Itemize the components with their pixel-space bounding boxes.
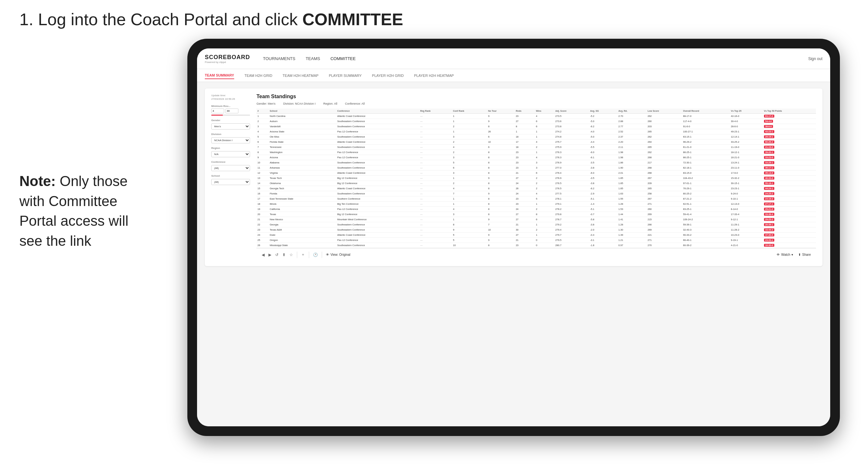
col-conference: Conference	[336, 108, 419, 114]
meta-region: Region: All	[323, 102, 337, 105]
app-header: SCOREBOARD Powered by clippd TOURNAMENTS…	[197, 49, 830, 69]
gender-filter-select[interactable]: Men's Women's	[211, 123, 250, 129]
meta-conference: Conference: All	[345, 102, 365, 105]
region-filter-label: Region	[211, 147, 250, 150]
view-original-btn[interactable]: 👁 View: Original	[326, 253, 350, 256]
col-adj-score: Adj. Score	[554, 108, 589, 114]
col-overall: Overall Record	[682, 108, 730, 114]
school-filter-select[interactable]: (All)	[211, 179, 250, 185]
table-row: 12VirginiaAtlantic Coast Conference—3821…	[256, 170, 816, 176]
table-row: 11ArkansasSoutheastern Conference—682332…	[256, 165, 816, 170]
update-label: Update time:	[211, 94, 226, 97]
sign-out-link[interactable]: Sign out	[808, 57, 823, 61]
bottom-toolbar: ◀ ▶ ↺ ⬆ ☆ ＋ 🕐 👁 View: Original	[256, 248, 816, 261]
sub-nav-team-summary[interactable]: TEAM SUMMARY	[205, 72, 234, 79]
watch-button[interactable]: 👁 Watch ▾	[777, 253, 793, 256]
sub-nav-player-summary[interactable]: PLAYER SUMMARY	[329, 72, 362, 79]
table-row: 18IllinoisBig Ten Conference—18231279.1-…	[256, 201, 816, 207]
update-time: Update time: 27/03/2024 16:56:26	[211, 94, 250, 101]
nav-committee[interactable]: COMMITTEE	[331, 55, 356, 62]
min-rounds-min-input[interactable]	[211, 108, 224, 113]
conference-filter-select[interactable]: (All)	[211, 165, 250, 171]
logo-sub: Powered by clippd	[205, 61, 250, 64]
col-vs-top25: Vs Top 25	[730, 108, 763, 114]
toolbar-right: 👁 Watch ▾ ⬆ Share	[777, 253, 811, 256]
table-row: 1North CarolinaAtlantic Coast Conference…	[256, 114, 816, 119]
col-school: School	[269, 108, 336, 114]
min-rounds-max-input[interactable]	[225, 108, 239, 113]
view-original-label: View: Original	[331, 253, 350, 256]
slider-track[interactable]	[211, 115, 250, 116]
table-row: 22GeorgiaSoutheastern Conference—8721127…	[256, 222, 816, 227]
table-row: 4Arizona StatePac-12 Conference—12611274…	[256, 129, 816, 134]
table-row: 24DukeAtlantic Coast Conference—59271279…	[256, 232, 816, 238]
watch-label: Watch	[781, 253, 790, 256]
table-row: 21New MexicoMountain West Conference—192…	[256, 217, 816, 222]
col-rnds: Rnds	[515, 108, 535, 114]
standings-title: Team Standings	[256, 94, 816, 99]
sub-nav-player-h2h-heatmap[interactable]: PLAYER H2H HEATMAP	[414, 72, 454, 79]
sub-nav-team-h2h-grid[interactable]: TEAM H2H GRID	[245, 72, 272, 79]
tablet-frame: SCOREBOARD Powered by clippd TOURNAMENTS…	[187, 39, 840, 436]
toolbar-forward-icon[interactable]: ▶	[269, 253, 271, 257]
toolbar-refresh-icon[interactable]: ↺	[275, 253, 278, 257]
nav-links: TOURNAMENTS TEAMS COMMITTEE	[263, 55, 808, 62]
table-row: 13Texas TechBig 12 Conference—19272276.9…	[256, 176, 816, 181]
share-button[interactable]: ⬆ Share	[798, 253, 811, 256]
table-row: 5Ole MissSoutheastern Conference—3618127…	[256, 134, 816, 139]
division-filter-group: Division NCAA Division I	[211, 133, 250, 144]
region-filter-select[interactable]: N/A	[211, 151, 250, 157]
division-filter-select[interactable]: NCAA Division I	[211, 137, 250, 144]
school-filter-group: School (All)	[211, 175, 250, 185]
table-row: 15Georgia TechAtlantic Coast Conference—…	[256, 186, 816, 191]
col-low-score: Low Score	[647, 108, 682, 114]
update-time-val: 27/03/2024 16:56:26	[211, 97, 235, 100]
nav-teams[interactable]: TEAMS	[306, 55, 320, 62]
slider-fill	[211, 115, 223, 116]
table-row: 19CaliforniaPac-12 Conference—48242278.2…	[256, 207, 816, 212]
table-row: 8WashingtonPac-12 Conference—28231276.3-…	[256, 150, 816, 155]
col-avg-rd: Avg. Rd.	[617, 108, 647, 114]
toolbar-add-icon[interactable]: ＋	[301, 252, 305, 257]
col-avg-sg: Avg. SG	[589, 108, 617, 114]
toolbar-back-icon[interactable]: ◀	[262, 253, 265, 257]
table-header-row: # School Conference Reg Rank Conf Rank N…	[256, 108, 816, 114]
toolbar-bookmark-icon[interactable]: ☆	[289, 253, 293, 257]
watch-chevron: ▾	[792, 253, 793, 256]
table-row: 17East Tennessee StateSouthern Conferenc…	[256, 196, 816, 201]
nav-tournaments[interactable]: TOURNAMENTS	[263, 55, 295, 62]
col-wins: Wins	[535, 108, 554, 114]
region-filter-group: Region N/A	[211, 147, 250, 157]
table-row: 2AuburnSoutheastern Conference—19276273.…	[256, 119, 816, 124]
step-instruction: 1. Log into the Coach Portal and click C…	[20, 10, 403, 29]
min-rounds-label: Minimum Rou...	[211, 105, 250, 107]
instruction-text: Log into the Coach Portal and click	[38, 10, 302, 29]
min-rounds-inputs	[211, 108, 250, 113]
col-conf-rank: Conf Rank	[452, 108, 487, 114]
sub-nav-team-h2h-heatmap[interactable]: TEAM H2H HEATMAP	[283, 72, 318, 79]
conference-filter-label: Conference	[211, 160, 250, 163]
meta-division: Division: NCAA Division I	[283, 102, 316, 105]
meta-gender: Gender: Men's	[256, 102, 276, 105]
school-filter-label: School	[211, 175, 250, 177]
toolbar-divider	[297, 252, 297, 258]
sub-nav-player-h2h-grid[interactable]: PLAYER H2H GRID	[372, 72, 404, 79]
col-rank: #	[256, 108, 269, 114]
col-no-tour: No Tour	[487, 108, 515, 114]
step-number: 1.	[20, 10, 33, 29]
division-filter-label: Division	[211, 133, 250, 136]
table-area: Team Standings Gender: Men's Division: N…	[256, 94, 816, 261]
committee-emphasis: COMMITTEE	[302, 10, 403, 29]
eye-icon2: 👁	[777, 253, 780, 256]
table-row: 20TexasBig 12 Conference—38278279.8-0.71…	[256, 212, 816, 217]
share-label: Share	[802, 253, 811, 256]
eye-icon: 👁	[326, 253, 329, 256]
table-row: 3VanderbiltSoutheastern Conference—28862…	[256, 124, 816, 129]
table-row: 23Texas A&MSoutheastern Conference—91030…	[256, 227, 816, 232]
toolbar-clock-icon[interactable]: 🕐	[313, 253, 318, 257]
filters-panel: Update time: 27/03/2024 16:56:26 Minimum…	[211, 94, 250, 261]
logo-main: SCOREBOARD	[205, 54, 250, 61]
conference-filter-group: Conference (All)	[211, 160, 250, 171]
toolbar-share2-icon[interactable]: ⬆	[282, 253, 285, 257]
table-row: 16FloridaSoutheastern Conference—7924427…	[256, 191, 816, 196]
